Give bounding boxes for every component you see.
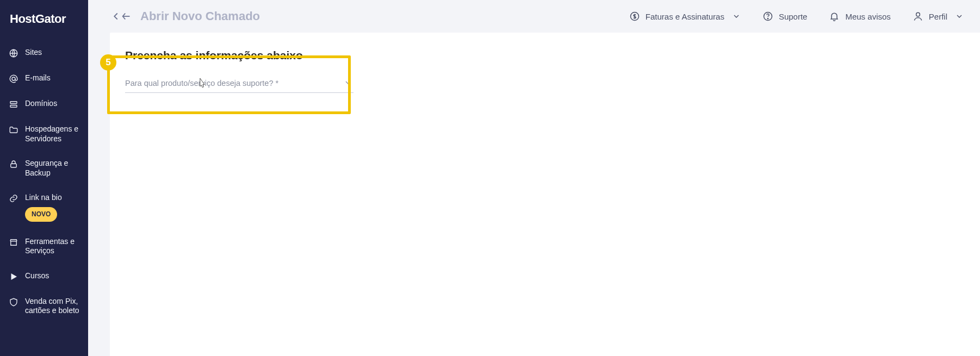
user-icon	[913, 11, 923, 22]
back-arrow-icon[interactable]	[110, 10, 122, 22]
chevron-down-icon	[955, 12, 964, 21]
sidebar-item-seguranca[interactable]: Segurança e Backup	[5, 151, 83, 185]
svg-point-7	[767, 18, 768, 19]
sidebar-item-label: Hospedagens e Servidores	[25, 124, 79, 143]
brand-logo: HostGator	[0, 0, 88, 40]
sidebar-item-label: Sites	[25, 48, 42, 58]
back-arrow-tail	[121, 10, 133, 22]
chevron-down-icon	[344, 78, 352, 87]
svg-rect-3	[10, 105, 17, 108]
topbar-link-label: Suporte	[779, 12, 808, 21]
sidebar-item-label-wrap: Link na bio NOVO	[25, 193, 62, 222]
sidebar-item-label: Venda com Pix, cartões e boleto	[25, 297, 79, 316]
shield-icon	[9, 297, 18, 307]
main-area: Abrir Novo Chamado Faturas e Assinaturas	[88, 0, 980, 356]
sidebar-item-sites[interactable]: Sites	[5, 40, 83, 66]
sidebar-item-label: Domínios	[25, 99, 57, 109]
dollar-icon	[629, 11, 640, 22]
bell-icon	[829, 11, 840, 22]
svg-point-8	[916, 13, 920, 16]
topbar: Abrir Novo Chamado Faturas e Assinaturas	[88, 0, 980, 33]
globe-icon	[9, 48, 18, 58]
topbar-profile[interactable]: Perfil	[913, 11, 964, 22]
store-icon	[9, 238, 18, 247]
sidebar-item-label: Segurança e Backup	[25, 159, 79, 178]
content-card: Preencha as informações abaixo Para qual…	[110, 33, 980, 356]
sidebar-item-label: Link na bio	[25, 193, 62, 203]
topbar-support[interactable]: Suporte	[762, 11, 808, 22]
sidebar: HostGator Sites E-mails	[0, 0, 88, 356]
topbar-link-label: Faturas e Assinaturas	[646, 12, 724, 21]
link-icon	[9, 193, 18, 203]
play-icon	[9, 272, 18, 282]
topbar-left: Abrir Novo Chamado	[110, 9, 260, 23]
sidebar-item-label: Cursos	[25, 271, 49, 281]
section-heading: Preencha as informações abaixo	[125, 49, 965, 62]
sidebar-item-label: Ferramentas e Serviços	[25, 237, 79, 256]
sidebar-nav: Sites E-mails Domínios	[0, 40, 88, 323]
sidebar-item-emails[interactable]: E-mails	[5, 66, 83, 91]
layers-icon	[9, 99, 18, 109]
page-title: Abrir Novo Chamado	[140, 9, 260, 23]
topbar-link-label: Perfil	[929, 12, 947, 21]
sidebar-item-label: E-mails	[25, 73, 51, 83]
topbar-link-label: Meus avisos	[845, 12, 890, 21]
sidebar-item-ferramentas[interactable]: Ferramentas e Serviços	[5, 229, 83, 264]
svg-point-1	[12, 77, 15, 80]
folder-icon	[9, 125, 18, 135]
sidebar-item-cursos[interactable]: Cursos	[5, 264, 83, 289]
svg-rect-2	[10, 102, 17, 104]
sidebar-item-venda-pix[interactable]: Venda com Pix, cartões e boleto	[5, 289, 83, 323]
lock-icon	[9, 159, 18, 169]
at-icon	[9, 74, 18, 84]
novo-badge: NOVO	[25, 207, 57, 222]
product-select-placeholder: Para qual produto/serviço deseja suporte…	[125, 79, 278, 88]
topbar-notifications[interactable]: Meus avisos	[829, 11, 890, 22]
form-row: Para qual produto/serviço deseja suporte…	[125, 73, 353, 115]
help-icon	[762, 11, 773, 22]
sidebar-item-hospedagens[interactable]: Hospedagens e Servidores	[5, 117, 83, 151]
sidebar-item-dominios[interactable]: Domínios	[5, 91, 83, 117]
product-select[interactable]: Para qual produto/serviço deseja suporte…	[125, 75, 353, 93]
topbar-right: Faturas e Assinaturas	[629, 11, 964, 22]
sidebar-item-link-na-bio[interactable]: Link na bio NOVO	[5, 185, 83, 229]
annotation-step-number: 5	[106, 57, 110, 68]
svg-rect-4	[11, 164, 17, 167]
chevron-down-icon	[732, 12, 741, 21]
annotation-step-marker: 5	[100, 54, 116, 71]
topbar-invoices[interactable]: Faturas e Assinaturas	[629, 11, 741, 22]
